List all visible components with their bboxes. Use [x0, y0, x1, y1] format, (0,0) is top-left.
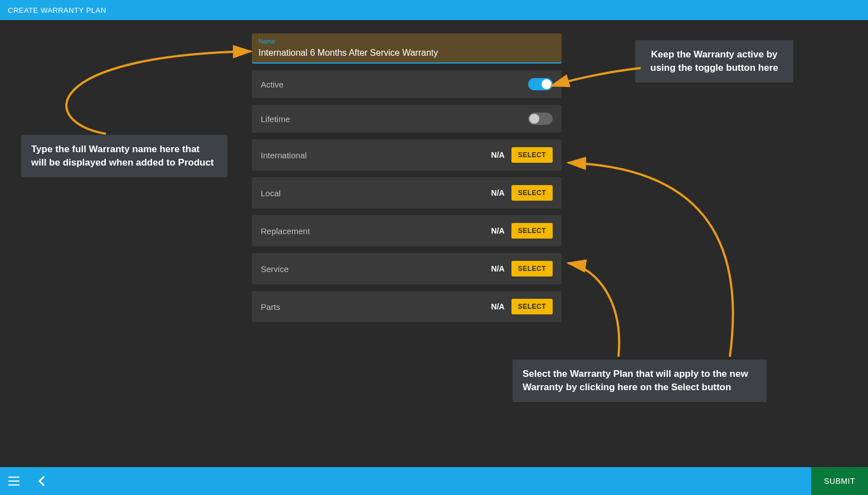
- service-select-button[interactable]: SELECT: [511, 261, 553, 276]
- international-select-button[interactable]: SELECT: [511, 147, 553, 163]
- active-toggle[interactable]: [528, 78, 553, 90]
- callout-name: Type the full Warranty name here that wi…: [21, 135, 227, 177]
- name-field-container[interactable]: Name: [252, 33, 562, 64]
- local-select-button[interactable]: SELECT: [511, 185, 553, 201]
- international-row: International N/A SELECT: [252, 139, 562, 171]
- active-row: Active: [252, 70, 562, 98]
- service-row: Service N/A SELECT: [252, 253, 562, 284]
- local-value: N/A: [491, 188, 505, 197]
- page-title: CREATE WARRANTY PLAN: [8, 6, 106, 14]
- warranty-form: Name Active Lifetime International N/A S…: [252, 33, 562, 329]
- service-value: N/A: [491, 264, 505, 273]
- replacement-select-button[interactable]: SELECT: [511, 223, 553, 239]
- callout-select: Select the Warranty Plan that will apply…: [513, 360, 767, 402]
- top-bar: CREATE WARRANTY PLAN: [0, 0, 868, 20]
- menu-icon[interactable]: [0, 467, 28, 495]
- replacement-row: Replacement N/A SELECT: [252, 215, 562, 246]
- parts-value: N/A: [491, 302, 505, 311]
- replacement-label: Replacement: [261, 226, 310, 236]
- arrow-icon: [563, 67, 752, 368]
- local-label: Local: [261, 188, 281, 198]
- bottom-bar: SUBMIT: [0, 467, 868, 495]
- name-label: Name: [259, 38, 275, 45]
- parts-label: Parts: [261, 302, 280, 312]
- back-icon[interactable]: [28, 467, 56, 495]
- lifetime-label: Lifetime: [261, 114, 290, 124]
- international-label: International: [261, 151, 307, 160]
- lifetime-row: Lifetime: [252, 105, 562, 133]
- lifetime-toggle[interactable]: [528, 113, 553, 125]
- arrow-icon: [28, 45, 256, 145]
- replacement-value: N/A: [491, 226, 505, 235]
- service-label: Service: [261, 264, 289, 274]
- submit-button[interactable]: SUBMIT: [811, 467, 868, 495]
- callout-active: Keep the Warranty active by using the to…: [635, 40, 793, 82]
- arrow-icon: [563, 256, 652, 368]
- international-value: N/A: [491, 151, 505, 159]
- active-label: Active: [261, 80, 284, 89]
- parts-row: Parts N/A SELECT: [252, 291, 562, 322]
- name-input[interactable]: [259, 48, 555, 58]
- local-row: Local N/A SELECT: [252, 177, 562, 208]
- parts-select-button[interactable]: SELECT: [511, 299, 553, 314]
